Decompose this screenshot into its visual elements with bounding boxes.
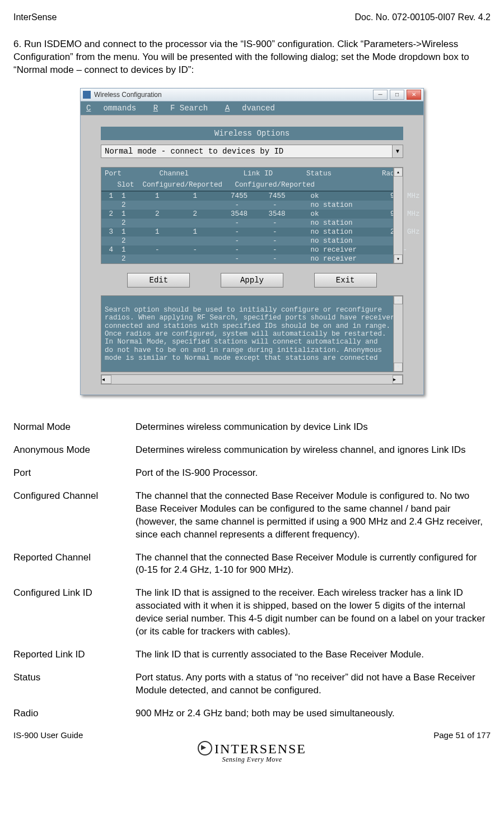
definition-row: Reported Link ID The link ID that is cur… xyxy=(13,648,491,661)
table-row[interactable]: 3 1 1 1 - - no station 2.4 GHz xyxy=(101,228,403,237)
definition-term: Normal Mode xyxy=(13,421,136,434)
footer-right: Page 51 of 177 xyxy=(433,730,491,740)
window-icon xyxy=(83,91,91,99)
definition-term: Status xyxy=(13,671,136,697)
footer-left: IS-900 User Guide xyxy=(13,730,83,740)
definition-row: Anonymous Mode Determines wireless commu… xyxy=(13,444,491,457)
intersense-logo: INTERSENSE Sensing Every Move xyxy=(198,741,306,764)
scroll-right-icon[interactable]: ▸ xyxy=(393,375,403,384)
definition-term: Configured Link ID xyxy=(13,587,136,638)
scroll-up-icon[interactable]: ▴ xyxy=(394,168,403,177)
definitions-list: Normal Mode Determines wireless communic… xyxy=(13,421,491,720)
definition-desc: Determines wireless communication by dev… xyxy=(136,421,491,434)
table-header-2: Slot Configured/Reported Configured/Repo… xyxy=(101,179,403,190)
table-scrollbar[interactable]: ▴ ▾ xyxy=(393,168,403,263)
info-box: Search option should be used to initiall… xyxy=(101,295,403,372)
definition-term: Configured Channel xyxy=(13,490,136,541)
info-text: Search option should be used to initiall… xyxy=(105,306,399,362)
info-scrollbar[interactable]: ▴ ▾ xyxy=(393,296,403,372)
scroll-up-icon[interactable]: ▴ xyxy=(394,296,403,305)
mode-value: Normal mode - connect to devices by ID xyxy=(101,145,392,157)
definition-term: Reported Link ID xyxy=(13,648,136,661)
logo-icon xyxy=(198,741,212,755)
menu-commands[interactable]: Commands xyxy=(86,104,136,113)
header-left: InterSense xyxy=(13,12,57,22)
device-table: Port Channel Link ID Status Radio Slot C… xyxy=(101,167,403,264)
definition-term: Radio xyxy=(13,707,136,720)
wireless-config-window: Wireless Configuration ─ □ ✕ Commands RF… xyxy=(80,88,424,395)
definition-row: Normal Mode Determines wireless communic… xyxy=(13,421,491,434)
maximize-button[interactable]: □ xyxy=(390,90,404,100)
instruction-text: 6. Run ISDEMO and connect to the process… xyxy=(13,38,491,77)
mode-dropdown[interactable]: Normal mode - connect to devices by ID ▼ xyxy=(101,145,403,158)
info-hscrollbar[interactable]: ◂ ▸ xyxy=(101,374,403,384)
definition-row: Port Port of the IS-900 Processor. xyxy=(13,467,491,480)
definition-desc: Port of the IS-900 Processor. xyxy=(136,467,491,480)
definition-desc: Port status. Any ports with a status of … xyxy=(136,671,491,697)
definition-desc: Determines wireless communication by wir… xyxy=(136,444,491,457)
logo-tagline: Sensing Every Move xyxy=(198,755,306,764)
scroll-down-icon[interactable]: ▾ xyxy=(394,363,403,372)
definition-term: Anonymous Mode xyxy=(13,444,136,457)
definition-row: Radio 900 MHz or 2.4 GHz band; both may … xyxy=(13,707,491,720)
window-titlebar[interactable]: Wireless Configuration ─ □ ✕ xyxy=(81,89,423,101)
definition-row: Status Port status. Any ports with a sta… xyxy=(13,671,491,697)
definition-desc: 900 MHz or 2.4 GHz band; both may be use… xyxy=(136,707,491,720)
definition-row: Configured Channel The channel that the … xyxy=(13,490,491,541)
definition-desc: The channel that the connected Base Rece… xyxy=(136,551,491,577)
edit-button[interactable]: Edit xyxy=(127,273,190,288)
definition-desc: The channel that the connected Base Rece… xyxy=(136,490,491,541)
chevron-down-icon[interactable]: ▼ xyxy=(392,145,403,157)
menubar: Commands RF Search Advanced xyxy=(81,101,423,115)
table-row[interactable]: 4 1 - - - - no receiver - xyxy=(101,245,403,254)
logo-text: INTERSENSE xyxy=(214,741,306,756)
table-row[interactable]: 2 - - no station xyxy=(101,201,403,210)
table-row[interactable]: 2 - - no station xyxy=(101,237,403,245)
definition-row: Reported Channel The channel that the co… xyxy=(13,551,491,577)
definition-row: Configured Link ID The link ID that is a… xyxy=(13,587,491,638)
definition-term: Reported Channel xyxy=(13,551,136,577)
table-row[interactable]: 1 1 1 1 7455 7455 ok 900 MHz xyxy=(101,192,403,201)
scroll-down-icon[interactable]: ▾ xyxy=(394,254,403,263)
apply-button[interactable]: Apply xyxy=(221,273,283,288)
header-right: Doc. No. 072-00105-0I07 Rev. 4.2 xyxy=(354,12,491,22)
scroll-left-icon[interactable]: ◂ xyxy=(101,375,111,384)
definition-desc: The link ID that is assigned to the rece… xyxy=(136,587,491,638)
table-row[interactable]: 2 1 2 2 3548 3548 ok 900 MHz xyxy=(101,210,403,219)
menu-rf-search[interactable]: RF Search xyxy=(153,104,208,113)
minimize-button[interactable]: ─ xyxy=(373,90,388,100)
exit-button[interactable]: Exit xyxy=(314,273,377,288)
window-title: Wireless Configuration xyxy=(94,91,373,99)
table-header-1: Port Channel Link ID Status Radio xyxy=(101,168,403,179)
menu-advanced[interactable]: Advanced xyxy=(225,104,275,113)
definition-desc: The link ID that is currently associated… xyxy=(136,648,491,661)
definition-term: Port xyxy=(13,467,136,480)
table-row[interactable]: 2 - - no station xyxy=(101,219,403,228)
table-row[interactable]: 2 - - no receiver xyxy=(101,254,403,263)
section-title: Wireless Options xyxy=(101,127,403,140)
close-button[interactable]: ✕ xyxy=(407,90,421,100)
